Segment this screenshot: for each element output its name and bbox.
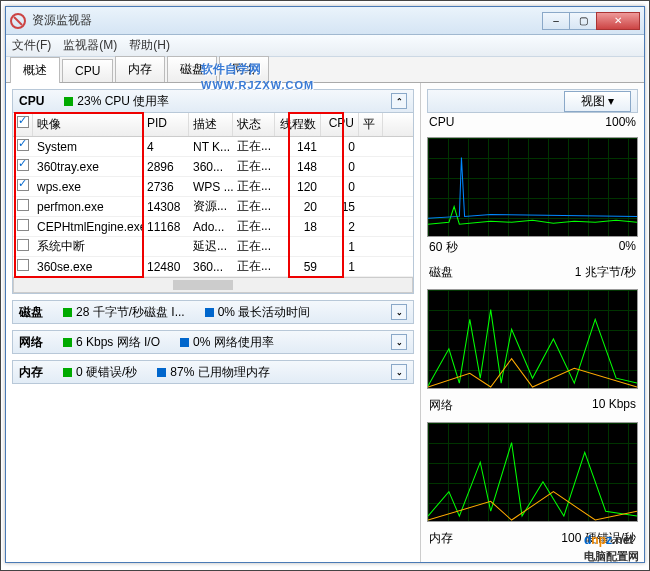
collapse-icon[interactable]: ⌃ [391,93,407,109]
cell-pf [359,205,383,209]
disk-stat1: 28 千字节/秒磁盘 I... [76,304,185,321]
cell-desc: 360... [189,258,233,276]
col-desc[interactable]: 描述 [189,113,233,136]
row-checkbox[interactable] [17,219,29,231]
memory-stat1: 0 硬错误/秒 [76,364,137,381]
cell-status: 正在... [233,216,275,237]
horizontal-scrollbar[interactable] [13,277,413,293]
cell-status: 正在... [233,136,275,157]
graph-cpu-label: CPU [429,115,454,129]
row-checkbox[interactable] [17,259,29,271]
swatch-blue-icon [180,338,189,347]
menu-file[interactable]: 文件(F) [12,37,51,54]
cell-desc: NT K... [189,138,233,156]
cell-image: 360se.exe [33,258,143,276]
window-title: 资源监视器 [32,12,543,29]
table-header: 映像 PID 描述 状态 线程数 CPU 平 [13,113,413,137]
cell-pid: 4 [143,138,189,156]
cell-pf [359,265,383,269]
row-checkbox[interactable] [17,159,29,171]
view-header: 视图 ▾ [427,89,638,113]
table-row[interactable]: perfmon.exe14308资源...正在...2015 [13,197,413,217]
graph-memory-label: 内存 [429,530,453,547]
menu-monitor[interactable]: 监视器(M) [63,37,117,54]
expand-icon[interactable]: ⌄ [391,304,407,320]
cell-threads: 120 [275,178,321,196]
cell-threads: 20 [275,198,321,216]
menu-help[interactable]: 帮助(H) [129,37,170,54]
table-row[interactable]: wps.exe2736WPS ...正在...1200 [13,177,413,197]
cell-desc: 360... [189,158,233,176]
cell-status: 正在... [233,236,275,257]
swatch-green-icon [63,308,72,317]
cpu-graph [427,137,638,237]
network-section-header[interactable]: 网络 6 Kbps 网络 I/O 0% 网络使用率 ⌄ [12,330,414,354]
app-icon [10,13,26,29]
titlebar[interactable]: 资源监视器 – ▢ ✕ [6,7,644,35]
cell-pid: 2736 [143,178,189,196]
cell-desc: Ado... [189,218,233,236]
table-row[interactable]: 360tray.exe2896360...正在...1480 [13,157,413,177]
graph-network-label: 网络 [429,397,453,414]
tab-cpu[interactable]: CPU [62,59,113,82]
cell-cpu: 0 [321,138,359,156]
memory-stat2: 87% 已用物理内存 [170,364,269,381]
swatch-blue-icon [205,308,214,317]
col-status[interactable]: 状态 [233,113,275,136]
close-button[interactable]: ✕ [596,12,640,30]
col-threads[interactable]: 线程数 [275,113,321,136]
tab-network[interactable]: 网络 [219,56,269,82]
col-cpu[interactable]: CPU [321,113,359,136]
disk-section-header[interactable]: 磁盘 28 千字节/秒磁盘 I... 0% 最长活动时间 ⌄ [12,300,414,324]
row-checkbox[interactable] [17,239,29,251]
cell-status: 正在... [233,196,275,217]
col-pf[interactable]: 平 [359,113,383,136]
resource-monitor-window: 资源监视器 – ▢ ✕ 文件(F) 监视器(M) 帮助(H) 概述 CPU 内存… [5,6,645,563]
row-checkbox[interactable] [17,199,29,211]
table-row[interactable]: 系统中断延迟...正在...1 [13,237,413,257]
header-checkbox[interactable] [17,116,29,128]
cell-status: 正在... [233,256,275,277]
cell-threads [275,245,321,249]
cell-cpu: 0 [321,178,359,196]
cell-image: 系统中断 [33,236,143,257]
expand-icon[interactable]: ⌄ [391,334,407,350]
cell-image: CEPHtmlEngine.exe [33,218,143,236]
col-pid[interactable]: PID [143,113,189,136]
cell-pf [359,245,383,249]
cell-pid: 2896 [143,158,189,176]
expand-icon[interactable]: ⌄ [391,364,407,380]
network-section-title: 网络 [19,334,43,351]
cpu-section-header[interactable]: CPU 23% CPU 使用率 ⌃ [12,89,414,113]
cell-image: System [33,138,143,156]
svg-line-1 [14,17,22,25]
right-pane: 视图 ▾ CPU100% 60 秒0% 磁盘1 兆字节/秒 网络10 Kbps … [420,83,644,562]
cell-cpu: 1 [321,258,359,276]
disk-section-title: 磁盘 [19,304,43,321]
memory-section-title: 内存 [19,364,43,381]
view-button[interactable]: 视图 ▾ [564,91,631,112]
memory-section-header[interactable]: 内存 0 硬错误/秒 87% 已用物理内存 ⌄ [12,360,414,384]
maximize-button[interactable]: ▢ [569,12,597,30]
table-row[interactable]: System4NT K...正在...1410 [13,137,413,157]
row-checkbox[interactable] [17,179,29,191]
cpu-section-title: CPU [19,94,44,108]
disk-graph [427,289,638,389]
cell-status: 正在... [233,156,275,177]
process-table: 映像 PID 描述 状态 线程数 CPU 平 System4NT K...正在.… [12,113,414,294]
graph-disk-label: 磁盘 [429,264,453,281]
graph-network-max: 10 Kbps [592,397,636,414]
tab-disk[interactable]: 磁盘 [167,56,217,82]
swatch-blue-icon [157,368,166,377]
col-image[interactable]: 映像 [33,113,143,136]
row-checkbox[interactable] [17,139,29,151]
cell-cpu: 0 [321,158,359,176]
left-pane: CPU 23% CPU 使用率 ⌃ 映像 PID 描述 状态 线程数 CPU 平… [6,83,420,562]
table-row[interactable]: CEPHtmlEngine.exe11168Ado...正在...182 [13,217,413,237]
tab-overview[interactable]: 概述 [10,57,60,83]
cell-desc: 延迟... [189,236,233,257]
table-row[interactable]: 360se.exe12480360...正在...591 [13,257,413,277]
minimize-button[interactable]: – [542,12,570,30]
cell-pid: 14308 [143,198,189,216]
tab-memory[interactable]: 内存 [115,56,165,82]
